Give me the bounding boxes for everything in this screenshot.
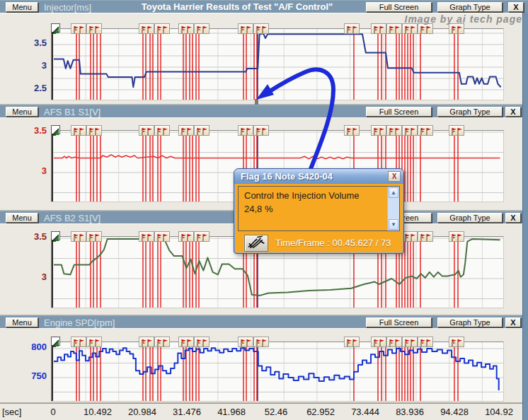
full-screen-button[interactable]: Full Screen (366, 2, 432, 12)
flag-marker-icon[interactable] (344, 23, 360, 34)
flag-note-popup: Flag 16 Note S420-04 X Control the Injec… (234, 168, 404, 254)
flag-marker-icon[interactable] (418, 337, 433, 347)
flag-marker-icon[interactable] (386, 125, 402, 136)
flag-marker-icon[interactable] (178, 23, 194, 34)
close-button[interactable]: X (505, 107, 521, 117)
time-tick-label: 20.984 (120, 407, 165, 417)
graph-type-button[interactable]: Graph Type (437, 317, 503, 327)
flag-marker-icon[interactable] (253, 23, 269, 34)
flag-marker-icon[interactable] (154, 231, 170, 242)
y-axis-label: 800 (13, 342, 47, 352)
flag-marker-icon[interactable] (238, 23, 253, 34)
popup-close-icon[interactable]: X (388, 171, 401, 182)
flag-marker-icon[interactable] (71, 125, 86, 136)
flag-marker-icon[interactable] (139, 231, 154, 242)
flag-marker-icon[interactable] (178, 337, 194, 347)
flag-marker-icon[interactable] (86, 231, 102, 242)
page-corner-icon[interactable] (51, 23, 60, 33)
flag-marker-icon[interactable] (139, 23, 154, 34)
flag-marker-icon[interactable] (402, 125, 418, 136)
flag-marker-icon[interactable] (402, 231, 418, 242)
flag-marker-icon[interactable] (402, 337, 418, 347)
time-axis-unit-label: [sec] (2, 407, 21, 417)
close-button[interactable]: X (505, 213, 521, 223)
flag-marker-icon[interactable] (449, 337, 464, 347)
flag-marker-icon[interactable] (418, 23, 433, 34)
flag-marker-icon[interactable] (371, 125, 386, 136)
flag-marker-icon[interactable] (71, 231, 86, 242)
panel-header-afs-b1: Menu AFS B1 S1[V] Full Screen Graph Type… (0, 105, 528, 117)
panel-title-engine-spd: Engine SPD[rpm] (44, 317, 115, 328)
page-corner-icon[interactable] (51, 337, 60, 346)
page-corner-icon[interactable] (51, 231, 60, 240)
menu-button[interactable]: Menu (6, 107, 38, 117)
flag-marker-icon[interactable] (194, 337, 210, 347)
flag-marker-icon[interactable] (194, 23, 210, 34)
flag-marker-icon[interactable] (418, 125, 433, 136)
flag-marker-icon[interactable] (449, 23, 464, 34)
page-corner-icon[interactable] (51, 125, 60, 134)
graph-type-button[interactable]: Graph Type (437, 2, 503, 12)
flag-marker-icon[interactable] (238, 125, 253, 136)
flag-marker-icon[interactable] (371, 23, 386, 34)
flag-marker-icon[interactable] (449, 231, 464, 242)
flag-marker-icon[interactable] (386, 23, 402, 34)
flag-marker-icon[interactable] (371, 337, 386, 347)
flag-stamp-button[interactable] (244, 235, 268, 252)
flag-marker-icon[interactable] (402, 23, 418, 34)
time-tick-label: 73.444 (343, 407, 388, 417)
flag-marker-icon[interactable] (194, 231, 210, 242)
popup-note-line2: 24,8 % (244, 203, 394, 216)
flag-marker-icon[interactable] (139, 125, 154, 136)
graph-type-button[interactable]: Graph Type (437, 213, 503, 223)
chart-plot[interactable] (51, 342, 504, 402)
panel-title-afs-b2: AFS B2 S1[V] (44, 213, 101, 223)
y-axis-label: 3 (13, 60, 47, 71)
y-axis-label: 3.5 (13, 37, 47, 48)
chart-plot[interactable] (51, 28, 504, 100)
flag-marker-icon[interactable] (86, 337, 102, 347)
flag-marker-icon[interactable] (253, 125, 269, 136)
flag-marker-icon[interactable] (178, 231, 194, 242)
flag-marker-icon[interactable] (139, 337, 154, 347)
popup-scrollbar[interactable]: ▲ ▼ (387, 187, 399, 231)
popup-note-box: Control the Injection Volume 24,8 % ▲ ▼ (238, 186, 400, 231)
flag-marker-icon[interactable] (344, 337, 360, 347)
flag-marker-icon[interactable] (71, 23, 86, 34)
graph-type-button[interactable]: Graph Type (437, 107, 503, 117)
y-axis-label: 2.5 (13, 83, 47, 93)
time-tick-label: 10.492 (75, 407, 120, 417)
menu-button[interactable]: Menu (6, 2, 38, 12)
flag-marker-icon[interactable] (154, 125, 170, 136)
flag-marker-icon[interactable] (86, 23, 102, 34)
flag-marker-icon[interactable] (71, 337, 86, 347)
flag-marker-icon[interactable] (238, 337, 253, 347)
flag-marker-icon[interactable] (154, 337, 170, 347)
time-tick-label: 31.476 (164, 407, 210, 417)
full-screen-button[interactable]: Full Screen (366, 107, 432, 117)
watermark-text: Image by ai tech page (405, 13, 523, 25)
panel-header-injector: Menu Injector[ms] Toyota Harrier Results… (0, 0, 528, 13)
y-axis-label: 3.5 (13, 231, 47, 242)
close-button[interactable]: X (508, 2, 524, 12)
flag-marker-icon[interactable] (253, 337, 269, 347)
flag-marker-icon[interactable] (344, 125, 360, 136)
panel-title-afs-b1: AFS B1 S1[V] (44, 107, 101, 117)
flag-marker-icon[interactable] (154, 23, 170, 34)
flag-marker-icon[interactable] (418, 231, 433, 242)
menu-button[interactable]: Menu (6, 213, 38, 223)
flag-marker-icon[interactable] (449, 125, 464, 136)
scroll-down-icon[interactable]: ▼ (389, 219, 398, 230)
popup-note-line1: Control the Injection Volume (244, 189, 394, 203)
menu-button[interactable]: Menu (6, 317, 38, 327)
flag-marker-icon[interactable] (86, 125, 102, 136)
flag-marker-icon[interactable] (178, 125, 194, 136)
time-axis: [sec] 010.49220.98431.47641.96852.4662.9… (0, 403, 528, 420)
y-axis-label: 750 (13, 371, 47, 381)
full-screen-button[interactable]: Full Screen (366, 317, 432, 327)
flag-marker-icon[interactable] (194, 125, 210, 136)
scroll-up-icon[interactable]: ▲ (389, 187, 398, 198)
flag-marker-icon[interactable] (386, 337, 402, 347)
close-button[interactable]: X (505, 317, 521, 327)
panel-header-engine-spd: Menu Engine SPD[rpm] Full Screen Graph T… (0, 315, 528, 328)
